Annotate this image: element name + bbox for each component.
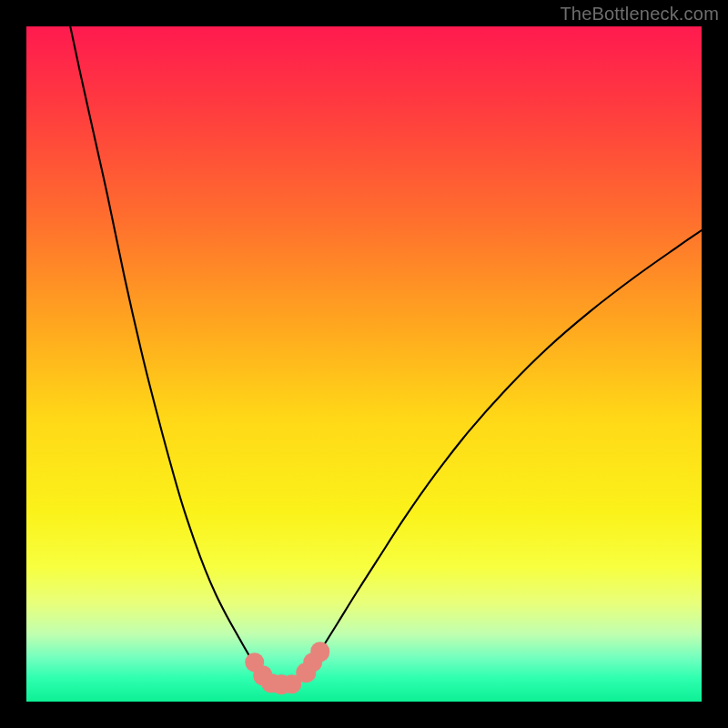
watermark-label: TheBottleneck.com bbox=[560, 4, 719, 25]
gradient-background bbox=[26, 26, 702, 702]
chart-svg bbox=[26, 26, 702, 702]
chart-frame: TheBottleneck.com bbox=[0, 0, 728, 728]
plot-area bbox=[26, 26, 702, 702]
